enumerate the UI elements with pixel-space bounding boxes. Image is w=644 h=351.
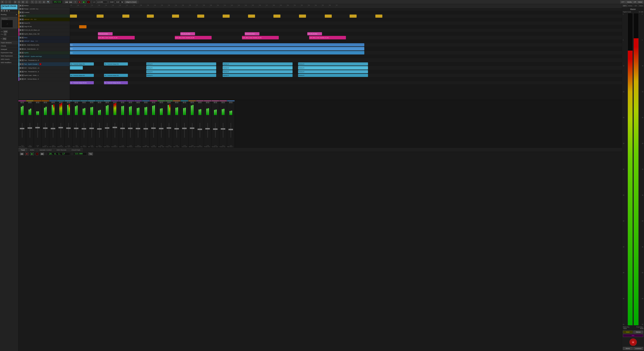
ch-s-btn-16[interactable]: S	[146, 102, 148, 103]
instrument-slot[interactable]: Padshop ♪	[1, 17, 18, 28]
clip-row18-4[interactable]: Padshop 01	[298, 74, 368, 77]
inspector-r-btn[interactable]: R	[6, 10, 8, 12]
ch-fader-knob-24[interactable]	[205, 128, 210, 130]
marker-m[interactable]: M	[20, 4, 22, 7]
ch-fader-knob-23[interactable]	[198, 129, 202, 130]
status-stop[interactable]: ■	[25, 152, 29, 155]
clip-row12-0[interactable]: Bass	[70, 51, 364, 54]
ch-fader-knob-8[interactable]	[82, 128, 86, 130]
ch-s-btn-3[interactable]: S	[46, 102, 47, 103]
glue-tool[interactable]: ⊕	[42, 0, 46, 4]
clip-row11-0[interactable]: Bass	[70, 47, 364, 50]
ch-fader-knob-16[interactable]	[144, 128, 148, 130]
ch-m-btn-7[interactable]: M	[74, 102, 76, 103]
ch-fader-knob-6[interactable]	[66, 128, 71, 129]
ch-m-btn-25[interactable]: M	[214, 102, 215, 103]
stop-btn[interactable]: ■	[78, 0, 82, 4]
chords-section[interactable]: Chords	[0, 44, 18, 48]
ch-fader-knob-1[interactable]	[28, 127, 32, 129]
ch-m-btn-23[interactable]: M	[198, 102, 200, 103]
forward-btn[interactable]: ▶▶	[69, 0, 73, 4]
ch-s-btn-24[interactable]: S	[208, 102, 210, 103]
clip-row2-9[interactable]	[299, 14, 306, 18]
ch-fader-knob-11[interactable]	[105, 127, 109, 129]
ch-m-btn-24[interactable]: M	[206, 102, 208, 103]
ch-fader-knob-4[interactable]	[51, 128, 55, 129]
clip-row16-0[interactable]	[70, 66, 83, 70]
clip-row18-0[interactable]: Pad - Threshold Voltage (HS)	[70, 74, 94, 77]
cfx-s[interactable]: S	[22, 22, 24, 24]
track-header-cowbell[interactable]: M S Cowbell	[18, 11, 70, 14]
clip-row2-12[interactable]	[375, 14, 382, 18]
tempo-input[interactable]	[96, 0, 107, 4]
ch-fader-knob-27[interactable]	[228, 129, 233, 130]
clip-row18-2[interactable]: Padshop 01	[146, 74, 216, 77]
clip-row7-3[interactable]: FC15_Kit_02_Riser	[307, 32, 322, 35]
clapfx-s[interactable]: S	[22, 26, 24, 28]
status-record[interactable]: ●	[35, 152, 39, 156]
min-btn[interactable]: −	[5, 0, 8, 4]
ch-fader-knob-2[interactable]	[35, 127, 40, 128]
track-versions-section[interactable]: Track Versions	[0, 41, 18, 44]
stereo-btn[interactable]: Stereo	[633, 330, 643, 334]
clip-row2-11[interactable]	[350, 14, 356, 18]
main-btn[interactable]: Main	[623, 330, 633, 334]
track-header-marker[interactable]: M S Marker	[18, 4, 70, 7]
clip-row2-6[interactable]	[223, 14, 230, 18]
status-rewind[interactable]: ◀◀	[20, 152, 24, 155]
routing-toggle[interactable]: Routing ▶	[1, 14, 18, 16]
track-header-group-bass[interactable]: M S GROUP - Bass -5.0	[18, 40, 70, 43]
vst-tab-media[interactable]: Media	[628, 4, 633, 7]
ch-m-btn-13[interactable]: M	[121, 102, 122, 103]
pts-m[interactable]: M	[20, 71, 22, 73]
pch-m[interactable]: M	[20, 63, 22, 65]
clip-row2-4[interactable]	[172, 14, 179, 18]
gfx-m[interactable]: M	[20, 18, 22, 20]
ch-s-btn-6[interactable]: S	[69, 102, 70, 103]
ba1-m[interactable]: M	[20, 44, 22, 46]
clip-row2-7[interactable]	[248, 14, 255, 18]
adapt-zoom-btn[interactable]: Adapt to Zoom	[124, 0, 137, 4]
clip-row2-10[interactable]	[325, 14, 332, 18]
tab-chord-pads[interactable]: Chord Pads	[69, 148, 83, 152]
ch-s-btn-25[interactable]: S	[216, 102, 217, 103]
ch-fader-knob-10[interactable]	[97, 128, 102, 130]
ba1-s[interactable]: S	[22, 44, 24, 46]
ch-s-btn-1[interactable]: S	[30, 102, 32, 103]
br-m[interactable]: M	[20, 78, 22, 80]
ch-m-btn-3[interactable]: M	[44, 102, 45, 103]
ch-fader-knob-15[interactable]	[136, 128, 140, 129]
mix-btn[interactable]: Mix	[623, 334, 643, 337]
clip-row16-2[interactable]: Padshop 01	[223, 66, 292, 70]
ch-s-btn-23[interactable]: S	[200, 102, 202, 103]
ch-fader-knob-3[interactable]	[43, 128, 48, 129]
clip-row10-0[interactable]: Bass	[70, 43, 364, 46]
ch-m-btn-8[interactable]: M	[82, 102, 84, 103]
clip-row7-0[interactable]: FC15_Kit_02_Riser	[98, 32, 112, 35]
ch-m-btn-21[interactable]: M	[183, 102, 184, 103]
big-record-btn[interactable]: ●	[630, 338, 637, 346]
kn-m[interactable]: M	[20, 67, 22, 69]
ch-fader-knob-7[interactable]	[74, 128, 78, 129]
fx-m[interactable]: M	[20, 15, 22, 17]
clip-row8-1[interactable]: Synth_Wave_Crash_Transition_01_NC	[175, 36, 212, 40]
mode-s[interactable]: S	[18, 0, 20, 4]
tab-midi-remote[interactable]: MIDI Remote	[54, 148, 69, 152]
gsynths-s[interactable]: S	[22, 56, 24, 58]
pte-m[interactable]: M	[20, 59, 22, 61]
ch-m-btn-5[interactable]: M	[59, 102, 61, 103]
inspector-s-btn[interactable]: S	[3, 10, 5, 12]
clip-row15-0[interactable]: Pad - Threshold Voltage (HS)	[70, 62, 94, 66]
tempo-s[interactable]: S	[22, 8, 24, 10]
ch-fader-knob-17[interactable]	[151, 128, 156, 129]
mode-a[interactable]: A	[26, 0, 28, 4]
media-tab-btn[interactable]: Media	[626, 0, 632, 4]
ch-m-btn-27[interactable]: M	[229, 102, 231, 103]
clip-row2-1[interactable]	[96, 14, 104, 18]
clip-row8-2[interactable]: Synth_Wave_Crash_Transition_01_NC	[242, 36, 279, 40]
inspector-e-btn[interactable]: E	[8, 10, 10, 12]
ch-m-btn-14[interactable]: M	[128, 102, 130, 103]
kn-s[interactable]: S	[22, 67, 24, 69]
ch-m-btn-11[interactable]: M	[106, 102, 107, 103]
clip-row15-4[interactable]: Padshop 01	[298, 62, 368, 66]
